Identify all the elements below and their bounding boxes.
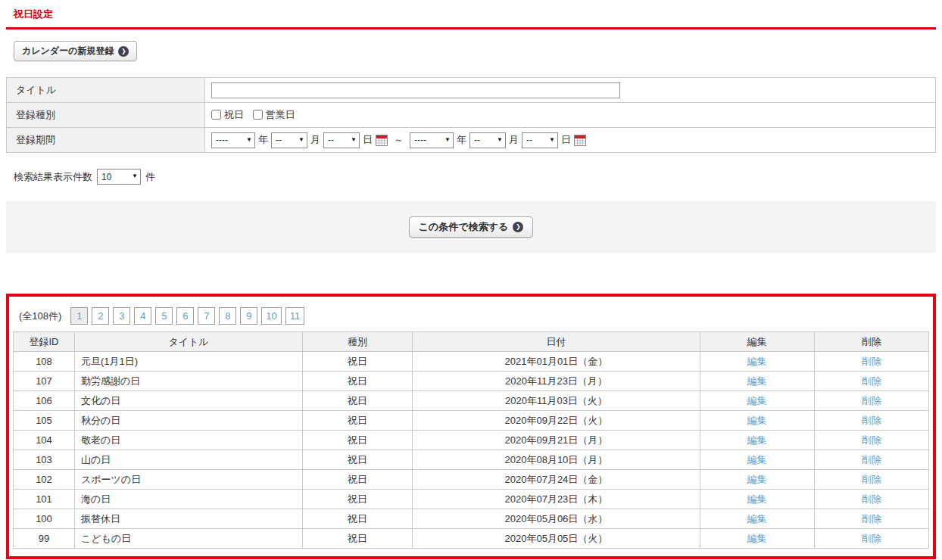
- edit-link-cell: 編集: [700, 529, 814, 549]
- cell-date: 2020年11月03日（火）: [413, 391, 700, 411]
- edit-link[interactable]: 編集: [747, 493, 767, 505]
- period-from-month-select-wrap: -- ▼: [271, 132, 307, 148]
- edit-link[interactable]: 編集: [747, 356, 767, 367]
- cell-id: 100: [14, 509, 75, 529]
- total-count-label: (全108件): [19, 310, 61, 323]
- delete-link[interactable]: 削除: [862, 395, 881, 406]
- page-button-5[interactable]: 5: [155, 307, 173, 325]
- delete-link[interactable]: 削除: [862, 513, 881, 524]
- page-button-1[interactable]: 1: [70, 307, 88, 325]
- period-to-month-select[interactable]: --: [470, 133, 505, 148]
- table-row: 103山の日祝日2020年08月10日（月）編集削除: [14, 450, 929, 470]
- search-button[interactable]: この条件で検索する ❯: [409, 216, 534, 238]
- form-row-title: タイトル: [7, 78, 936, 103]
- cell-type: 祝日: [303, 431, 413, 450]
- cell-type: 祝日: [303, 352, 413, 372]
- month-unit-label: 月: [509, 133, 519, 147]
- cell-type: 祝日: [303, 529, 413, 549]
- edit-link[interactable]: 編集: [747, 513, 767, 524]
- title-input[interactable]: [211, 82, 620, 98]
- cell-title: 元旦(1月1日): [75, 352, 303, 372]
- cell-type: 祝日: [303, 450, 413, 470]
- edit-link[interactable]: 編集: [747, 375, 767, 387]
- edit-link[interactable]: 編集: [747, 434, 767, 446]
- delete-link-cell: 削除: [814, 529, 928, 549]
- period-row-label: 登録期間: [7, 128, 205, 153]
- cell-title: 敬老の日: [75, 431, 303, 450]
- cell-date: 2020年08月10日（月）: [413, 450, 700, 470]
- period-to-year-select[interactable]: ----: [410, 133, 453, 148]
- result-count-unit: 件: [145, 170, 155, 184]
- page-button-6[interactable]: 6: [176, 307, 194, 325]
- cell-title: 振替休日: [75, 509, 303, 529]
- edit-link-cell: 編集: [700, 411, 814, 431]
- edit-link[interactable]: 編集: [747, 533, 767, 544]
- cell-date: 2020年05月05日（火）: [413, 529, 700, 549]
- page-button-8[interactable]: 8: [219, 307, 236, 325]
- table-row: 104敬老の日祝日2020年09月21日（月）編集削除: [14, 431, 929, 450]
- edit-link-cell: 編集: [700, 372, 814, 391]
- page-button-2[interactable]: 2: [92, 307, 109, 325]
- cell-id: 108: [14, 352, 75, 372]
- delete-link[interactable]: 削除: [862, 493, 881, 505]
- period-from-year-select[interactable]: ----: [212, 133, 254, 148]
- businessday-checkbox[interactable]: [253, 110, 263, 120]
- delete-link[interactable]: 削除: [862, 356, 881, 367]
- delete-link[interactable]: 削除: [862, 375, 881, 387]
- delete-link[interactable]: 削除: [862, 533, 881, 544]
- cell-type: 祝日: [303, 411, 413, 431]
- period-from-day-select-wrap: -- ▼: [323, 132, 360, 148]
- edit-link[interactable]: 編集: [747, 415, 767, 426]
- delete-link[interactable]: 削除: [862, 434, 881, 446]
- holiday-checkbox[interactable]: [211, 110, 221, 120]
- cell-title: 海の日: [75, 490, 303, 509]
- new-calendar-button[interactable]: カレンダーの新規登録 ❯: [14, 41, 137, 61]
- cell-date: 2020年05月06日（水）: [413, 509, 700, 529]
- page-button-11[interactable]: 11: [285, 307, 305, 325]
- cell-id: 101: [14, 490, 75, 509]
- table-row: 100振替休日祝日2020年05月06日（水）編集削除: [14, 509, 929, 529]
- delete-link[interactable]: 削除: [862, 415, 881, 426]
- edit-link-cell: 編集: [700, 509, 814, 529]
- calendar-icon[interactable]: [574, 135, 586, 146]
- day-unit-label: 日: [561, 133, 571, 147]
- edit-link[interactable]: 編集: [747, 454, 767, 465]
- pagination: (全108件) 1234567891011: [19, 307, 929, 325]
- edit-link[interactable]: 編集: [747, 395, 767, 406]
- edit-link[interactable]: 編集: [747, 474, 767, 485]
- search-form: タイトル 登録種別 祝日 営業日 登録期間 ----: [6, 77, 936, 153]
- page-button-4[interactable]: 4: [134, 307, 151, 325]
- period-from-month-select[interactable]: --: [272, 133, 307, 148]
- edit-link-cell: 編集: [700, 391, 814, 411]
- delete-link-cell: 削除: [814, 509, 928, 529]
- title-row-label: タイトル: [7, 78, 205, 103]
- edit-link-cell: 編集: [700, 352, 814, 372]
- cell-type: 祝日: [303, 391, 413, 411]
- period-to-day-select-wrap: -- ▼: [522, 132, 558, 148]
- edit-link-cell: 編集: [700, 490, 814, 509]
- page-button-7[interactable]: 7: [198, 307, 215, 325]
- cell-id: 104: [14, 431, 75, 450]
- delete-link-cell: 削除: [814, 490, 928, 509]
- delete-link-cell: 削除: [814, 372, 928, 391]
- edit-link-cell: 編集: [700, 450, 814, 470]
- year-unit-label: 年: [457, 133, 466, 147]
- cell-id: 107: [14, 372, 75, 391]
- delete-link-cell: 削除: [814, 431, 928, 450]
- result-count-select[interactable]: 10: [98, 170, 140, 184]
- period-from-day-select[interactable]: --: [324, 133, 359, 148]
- period-to-day-select[interactable]: --: [522, 133, 557, 148]
- calendar-icon[interactable]: [376, 135, 388, 146]
- cell-type: 祝日: [303, 490, 413, 509]
- delete-link[interactable]: 削除: [862, 474, 881, 485]
- delete-link[interactable]: 削除: [862, 454, 881, 465]
- page-button-10[interactable]: 10: [261, 307, 281, 325]
- cell-date: 2020年09月22日（火）: [413, 411, 700, 431]
- page-button-9[interactable]: 9: [240, 307, 257, 325]
- result-count-select-wrap: 10 ▼: [97, 169, 141, 185]
- page-button-3[interactable]: 3: [113, 307, 130, 325]
- delete-link-cell: 削除: [814, 411, 928, 431]
- delete-link-cell: 削除: [814, 470, 928, 490]
- column-header: 登録ID: [14, 332, 75, 352]
- table-row: 99こどもの日祝日2020年05月05日（火）編集削除: [14, 529, 929, 549]
